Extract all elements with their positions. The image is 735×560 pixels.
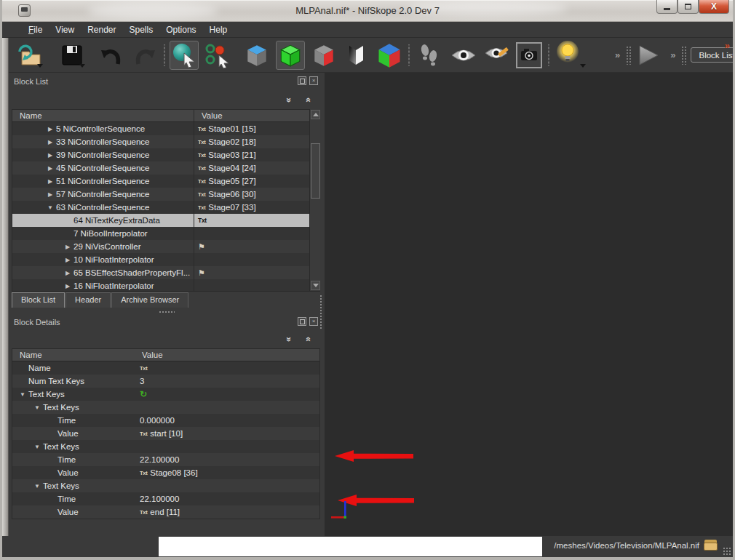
- minimize-button[interactable]: [656, 0, 678, 14]
- scrollbar-thumb[interactable]: [311, 143, 320, 199]
- toolbar-extension-icon[interactable]: »: [615, 49, 620, 60]
- menu-help[interactable]: Help: [203, 23, 234, 36]
- table-header[interactable]: Name Value: [12, 110, 319, 122]
- scroll-down-button[interactable]: [311, 281, 320, 290]
- table-header[interactable]: Name Value: [12, 349, 319, 361]
- table-row[interactable]: Name Txt: [12, 361, 319, 375]
- close-panel-button[interactable]: ×: [309, 76, 318, 85]
- normals-button[interactable]: [341, 41, 370, 70]
- toolbar-extension-icon[interactable]: »: [670, 49, 675, 60]
- table-row[interactable]: Num Text Keys 3: [12, 375, 319, 388]
- redo-button[interactable]: [130, 41, 159, 70]
- collapse-up-button[interactable]: »: [302, 334, 313, 345]
- undo-button[interactable]: [97, 41, 126, 70]
- expander-icon[interactable]: ▶: [44, 178, 56, 185]
- play-button[interactable]: [634, 41, 663, 70]
- table-row[interactable]: ▶ 45 NiControllerSequence Txt Stage04 [2…: [12, 161, 319, 175]
- expander-icon[interactable]: ▶: [44, 152, 56, 159]
- select-object-button[interactable]: [170, 41, 199, 70]
- column-header-value[interactable]: Value: [135, 349, 163, 361]
- expander-icon[interactable]: ▼: [31, 444, 43, 450]
- expander-icon[interactable]: ▶: [62, 283, 74, 289]
- table-row[interactable]: ▶ 10 NiFloatInterpolator: [12, 253, 319, 266]
- table-row[interactable]: ▶ 33 NiControllerSequence Txt Stage02 [1…: [12, 135, 319, 148]
- expander-icon[interactable]: ▶: [62, 244, 74, 250]
- table-row[interactable]: ▶ 29 NiVisController ⚑: [12, 240, 319, 253]
- toolbar-overflow-icon[interactable]: »: [725, 40, 730, 51]
- menu-file[interactable]: File: [22, 23, 49, 36]
- table-row[interactable]: 64 NiTextKeyExtraData Txt: [12, 214, 319, 227]
- table-row[interactable]: ▶ 39 NiControllerSequence Txt Stage03 [2…: [12, 148, 319, 161]
- expander-icon[interactable]: ▶: [44, 165, 56, 172]
- table-row[interactable]: Value Txt end [11]: [12, 505, 319, 519]
- expander-icon[interactable]: ▼: [44, 204, 56, 211]
- close-button[interactable]: X: [699, 0, 729, 14]
- vertical-scrollbar[interactable]: [309, 109, 320, 291]
- tab-block-list[interactable]: Block List: [12, 292, 65, 308]
- expander-icon[interactable]: ▼: [31, 483, 43, 489]
- maximize-button[interactable]: [678, 0, 699, 14]
- table-row[interactable]: Time 22.100000: [12, 453, 319, 466]
- float-panel-button[interactable]: [298, 317, 306, 326]
- table-row[interactable]: ▶ 5 NiControllerSequence Txt Stage01 [15…: [12, 122, 319, 135]
- float-panel-button[interactable]: [298, 76, 306, 85]
- table-row[interactable]: ▼ 63 NiControllerSequence Txt Stage07 [3…: [12, 201, 319, 214]
- close-panel-button[interactable]: ×: [309, 317, 318, 326]
- table-row[interactable]: ▶ 51 NiControllerSequence Txt Stage05 [2…: [12, 175, 319, 188]
- expander-icon[interactable]: ▼: [31, 404, 43, 411]
- table-row[interactable]: ▼ Text Keys: [12, 479, 319, 492]
- table-row[interactable]: ▼ Text Keys ↻: [12, 388, 319, 401]
- scroll-up-button[interactable]: [311, 110, 320, 119]
- table-row[interactable]: ▼ Text Keys: [12, 401, 319, 414]
- collapsed-dock-strip[interactable]: [2, 38, 9, 557]
- table-row[interactable]: ▼ Text Keys: [12, 440, 319, 453]
- screenshot-button[interactable]: [514, 41, 544, 70]
- open-folder-button[interactable]: [704, 540, 718, 551]
- bg-cube-button[interactable]: [242, 41, 271, 70]
- expander-icon[interactable]: ▶: [44, 139, 56, 145]
- title-bar[interactable]: MLPAnal.nif* - NifSkope 2.0 Dev 7 X: [0, 0, 735, 22]
- green-cube-button[interactable]: [276, 41, 305, 70]
- expander-icon[interactable]: ▶: [44, 191, 56, 198]
- table-row[interactable]: Time 0.000000: [12, 414, 319, 427]
- walk-button[interactable]: [414, 41, 443, 70]
- expander-icon[interactable]: ▶: [44, 126, 56, 132]
- table-row[interactable]: Value Txt Stage08 [36]: [12, 466, 319, 479]
- panel-splitter-handle[interactable]: [159, 311, 175, 314]
- menu-spells[interactable]: Spells: [123, 23, 160, 36]
- expander-icon[interactable]: ▶: [62, 270, 74, 276]
- resize-grip[interactable]: [723, 547, 731, 556]
- column-header-name[interactable]: Name: [12, 110, 194, 121]
- table-row[interactable]: 7 NiBoolInterpolator: [12, 227, 319, 240]
- tab-archive-browser[interactable]: Archive Browser: [111, 292, 188, 308]
- show-hidden-button[interactable]: [449, 41, 478, 70]
- dock-viewport-splitter[interactable]: [319, 295, 323, 329]
- menu-options[interactable]: Options: [159, 23, 202, 36]
- save-button[interactable]: [57, 41, 87, 70]
- lighting-button[interactable]: [554, 41, 583, 70]
- expander-icon[interactable]: ▼: [17, 391, 28, 398]
- select-vertex-button[interactable]: [203, 41, 232, 70]
- table-row[interactable]: ▶ 57 NiControllerSequence Txt Stage06 [3…: [12, 188, 319, 201]
- column-header-name[interactable]: Name: [12, 349, 135, 361]
- column-header-value[interactable]: Value: [194, 110, 223, 121]
- rgb-cube-button[interactable]: [375, 41, 404, 70]
- collapse-down-button[interactable]: »: [284, 95, 295, 105]
- collapse-up-button[interactable]: »: [302, 95, 313, 105]
- menu-render[interactable]: Render: [81, 23, 122, 36]
- red-cube-button[interactable]: [309, 41, 338, 70]
- tab-header[interactable]: Header: [65, 292, 111, 308]
- table-row[interactable]: Value Txt start [10]: [12, 427, 319, 440]
- table-row[interactable]: Time 22.100000: [12, 492, 319, 505]
- open-button[interactable]: [15, 41, 44, 70]
- visibility-edit-button[interactable]: [482, 41, 512, 70]
- collapse-down-button[interactable]: »: [284, 334, 295, 345]
- toolbar-drag-handle[interactable]: [626, 46, 631, 65]
- menu-view[interactable]: View: [49, 23, 81, 36]
- expander-icon[interactable]: ▶: [62, 257, 74, 263]
- toolbar-drag-handle[interactable]: [681, 46, 686, 65]
- render-viewport[interactable]: [325, 73, 735, 536]
- table-row[interactable]: ▶ 65 BSEffectShaderPropertyFl... ⚑: [12, 266, 319, 279]
- table-row[interactable]: ▶ 16 NiFloatInterpolator: [12, 279, 319, 292]
- block-details-rows: Name Txt Num Text Keys 3 ▼ Text Keys ↻ ▼…: [12, 361, 319, 519]
